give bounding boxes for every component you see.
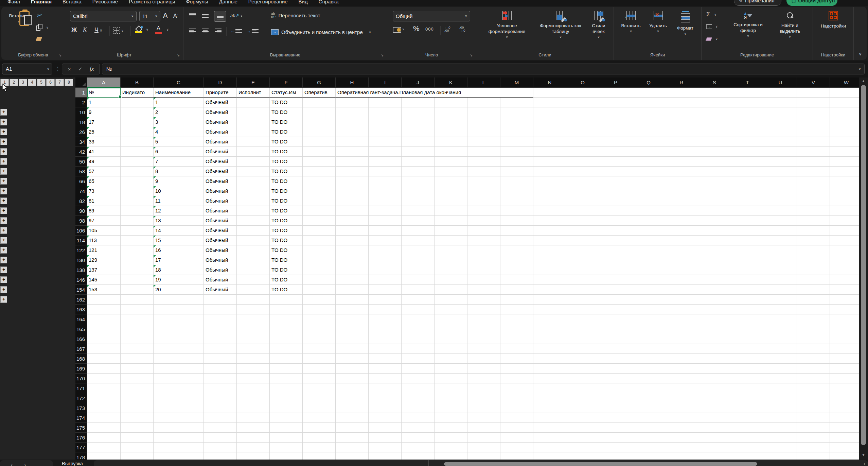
decrease-decimal-button[interactable]: ,00 →,0 [459, 26, 465, 32]
cell-W2[interactable] [830, 98, 863, 107]
insert-cells-button[interactable]: ← Вставить∨ [619, 11, 643, 34]
next-sheet-icon[interactable]: › [24, 462, 26, 466]
cell-S166[interactable] [698, 334, 731, 344]
cell-V1[interactable] [797, 88, 830, 98]
cell-P171[interactable] [599, 383, 632, 393]
cell-L26[interactable] [467, 127, 500, 137]
cell-R165[interactable] [665, 324, 698, 334]
cell-O58[interactable] [566, 167, 599, 176]
column-header-C[interactable]: C [154, 77, 204, 88]
cell-S66[interactable] [698, 176, 731, 186]
cell-O165[interactable] [566, 324, 599, 334]
cell-G130[interactable] [303, 255, 336, 265]
cell-U42[interactable] [764, 147, 797, 157]
cell-G138[interactable] [303, 265, 336, 275]
cell-J164[interactable] [402, 314, 435, 324]
cut-button[interactable]: ✂ [37, 12, 42, 19]
cell-D122[interactable]: Обычный [204, 245, 237, 255]
cell-A154[interactable]: 153 [87, 285, 121, 295]
cell-D106[interactable]: Обычный [204, 226, 237, 236]
cell-W106[interactable] [830, 226, 863, 236]
cell-L66[interactable] [467, 176, 500, 186]
cell-O166[interactable] [566, 334, 599, 344]
cell-R170[interactable] [665, 374, 698, 383]
row-header-74[interactable]: 74 [75, 186, 87, 196]
expand-group-button[interactable]: + [0, 296, 7, 303]
cell-G82[interactable] [303, 196, 336, 206]
cell-B58[interactable] [121, 167, 154, 176]
cell-I176[interactable] [369, 433, 402, 443]
cell-W58[interactable] [830, 167, 863, 176]
cell-G10[interactable] [303, 107, 336, 117]
cell-R163[interactable] [665, 305, 698, 314]
cell-O34[interactable] [566, 137, 599, 147]
cell-A177[interactable] [87, 443, 121, 452]
cell-C162[interactable] [154, 295, 204, 305]
cell-P58[interactable] [599, 167, 632, 176]
cell-O106[interactable] [566, 226, 599, 236]
cell-A130[interactable]: 129 [87, 255, 121, 265]
cell-G168[interactable] [303, 354, 336, 364]
cell-V167[interactable] [797, 344, 830, 354]
column-header-W[interactable]: W [830, 77, 863, 88]
cell-A170[interactable] [87, 374, 121, 383]
row-header-177[interactable]: 177 [75, 443, 87, 452]
cell-B138[interactable] [121, 265, 154, 275]
cell-U122[interactable] [764, 245, 797, 255]
cell-L163[interactable] [467, 305, 500, 314]
cell-V173[interactable] [797, 403, 830, 413]
cell-V42[interactable] [797, 147, 830, 157]
cell-M163[interactable] [500, 305, 533, 314]
cell-Q173[interactable] [632, 403, 665, 413]
cell-R1[interactable] [665, 88, 698, 98]
align-left-button[interactable] [189, 28, 196, 34]
cell-K82[interactable] [435, 196, 467, 206]
cell-F34[interactable]: TO DO [270, 137, 303, 147]
cell-V66[interactable] [797, 176, 830, 186]
cell-K169[interactable] [435, 364, 467, 374]
cell-J174[interactable] [402, 413, 435, 423]
row-header-2[interactable]: 2 [75, 98, 87, 107]
cell-C166[interactable] [154, 334, 204, 344]
cell-F172[interactable] [270, 393, 303, 403]
cell-O175[interactable] [566, 423, 599, 433]
cell-U114[interactable] [764, 236, 797, 245]
cell-G163[interactable] [303, 305, 336, 314]
cell-E90[interactable] [237, 206, 270, 216]
cell-U18[interactable] [764, 117, 797, 127]
cell-S165[interactable] [698, 324, 731, 334]
cell-K175[interactable] [435, 423, 467, 433]
cell-B98[interactable] [121, 216, 154, 226]
cell-H154[interactable] [336, 285, 369, 295]
cell-K90[interactable] [435, 206, 467, 216]
tab-Формулы[interactable]: Формулы [180, 0, 213, 6]
cell-R172[interactable] [665, 393, 698, 403]
cell-J42[interactable] [402, 147, 435, 157]
cell-G176[interactable] [303, 433, 336, 443]
cell-I169[interactable] [369, 364, 402, 374]
cell-I163[interactable] [369, 305, 402, 314]
cell-N122[interactable] [533, 245, 566, 255]
cell-N154[interactable] [533, 285, 566, 295]
cell-T173[interactable] [731, 403, 764, 413]
cell-N130[interactable] [533, 255, 566, 265]
cell-D26[interactable]: Обычный [204, 127, 237, 137]
cell-W146[interactable] [830, 275, 863, 285]
cell-P172[interactable] [599, 393, 632, 403]
cell-J2[interactable] [402, 98, 435, 107]
cell-C172[interactable] [154, 393, 204, 403]
cell-T164[interactable] [731, 314, 764, 324]
cell-D90[interactable]: Обычный [204, 206, 237, 216]
cell-S174[interactable] [698, 413, 731, 423]
cell-V50[interactable] [797, 157, 830, 167]
cell-V154[interactable] [797, 285, 830, 295]
align-right-button[interactable] [215, 28, 222, 34]
cell-C90[interactable]: 12 [154, 206, 204, 216]
cell-L174[interactable] [467, 413, 500, 423]
cell-D174[interactable] [204, 413, 237, 423]
cell-B114[interactable] [121, 236, 154, 245]
cell-S82[interactable] [698, 196, 731, 206]
cell-I90[interactable] [369, 206, 402, 216]
font-name-combo[interactable]: Calibri∨ [70, 11, 137, 21]
cell-A173[interactable] [87, 403, 121, 413]
